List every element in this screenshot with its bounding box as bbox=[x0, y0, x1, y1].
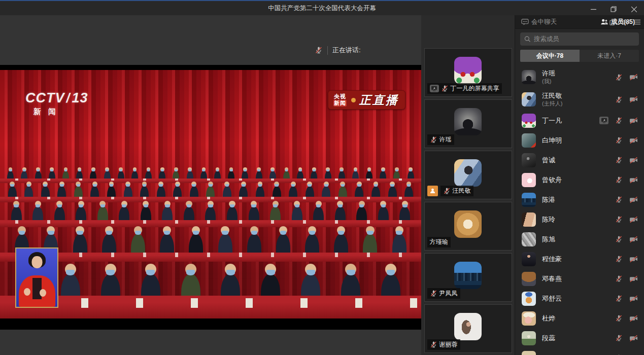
restore-button[interactable] bbox=[603, 2, 624, 16]
muted-mic-icon[interactable] bbox=[615, 96, 623, 103]
muted-mic-icon[interactable] bbox=[615, 74, 623, 81]
delegate-figure bbox=[249, 201, 259, 222]
member-row[interactable]: 邓舒云 bbox=[515, 289, 644, 308]
delegate-head bbox=[354, 167, 358, 171]
member-avatar bbox=[522, 232, 536, 246]
video-tile[interactable]: 丁一凡的屏幕共享 bbox=[424, 48, 512, 97]
delegate-figure bbox=[289, 182, 297, 199]
muted-mic-icon[interactable] bbox=[615, 117, 623, 124]
delegate-head bbox=[9, 167, 13, 171]
muted-mic-icon[interactable] bbox=[615, 255, 623, 263]
delegate-head bbox=[345, 264, 356, 275]
delegate-figure bbox=[301, 264, 320, 300]
muted-mic-icon[interactable] bbox=[615, 235, 623, 243]
delegate-head bbox=[251, 201, 257, 207]
muted-mic-icon[interactable] bbox=[615, 314, 623, 322]
delegate-figure bbox=[140, 182, 149, 199]
muted-camera-icon[interactable] bbox=[629, 156, 638, 164]
muted-camera-icon[interactable] bbox=[629, 117, 638, 125]
minimize-button[interactable] bbox=[583, 2, 603, 16]
shared-screen-video[interactable]: CCTV/13 新闻 央视 新闻 正直播 bbox=[0, 65, 421, 330]
logo-slash: / bbox=[66, 91, 71, 105]
muted-camera-icon[interactable] bbox=[629, 255, 638, 263]
muted-mic-icon[interactable] bbox=[615, 334, 623, 342]
tab-in-meeting-chat[interactable]: 会中聊天 bbox=[517, 15, 561, 28]
delegate-head bbox=[274, 182, 279, 187]
video-tile[interactable]: 方瑾瑜 bbox=[424, 202, 512, 251]
video-tile[interactable]: 汪民敬 bbox=[424, 151, 512, 199]
divider bbox=[327, 46, 328, 55]
muted-camera-icon[interactable] bbox=[629, 136, 638, 145]
muted-camera-icon[interactable] bbox=[629, 176, 638, 184]
cctv-channel-number: 13 bbox=[72, 90, 88, 106]
chat-bubble-icon bbox=[521, 19, 529, 25]
muted-mic-icon bbox=[441, 85, 449, 92]
member-row[interactable]: 陈玲 bbox=[515, 209, 644, 229]
delegate-figure bbox=[8, 182, 17, 199]
muted-mic-icon[interactable] bbox=[615, 275, 623, 282]
delegate-head bbox=[241, 182, 246, 187]
delegate-head bbox=[229, 167, 233, 171]
member-row[interactable]: 许瑶 (我) bbox=[515, 66, 644, 88]
muted-camera-icon[interactable] bbox=[629, 314, 638, 323]
member-avatar bbox=[522, 153, 536, 167]
popout-panel-icon[interactable] bbox=[609, 18, 617, 26]
member-row[interactable]: 段蕊 bbox=[515, 328, 644, 348]
delegate-head bbox=[105, 167, 109, 171]
delegates-row bbox=[0, 201, 421, 222]
muted-camera-icon[interactable] bbox=[629, 216, 638, 224]
muted-camera-icon[interactable] bbox=[629, 295, 638, 303]
close-panel-icon[interactable] bbox=[621, 18, 629, 26]
video-tile[interactable]: 尹凤凤 bbox=[424, 253, 512, 302]
muted-camera-icon[interactable] bbox=[629, 196, 638, 204]
video-tile[interactable]: 谢丽蓉 bbox=[424, 304, 512, 353]
muted-mic-icon[interactable] bbox=[615, 216, 623, 223]
muted-camera-icon[interactable] bbox=[629, 334, 638, 342]
main-stage: 正在讲话: CCTV/13 新闻 央视 新闻 正直播 bbox=[0, 15, 421, 355]
filter-tab-not-joined[interactable]: 未进入·7 bbox=[580, 50, 639, 62]
muted-mic-icon[interactable] bbox=[615, 176, 623, 184]
delegate-figure bbox=[371, 182, 380, 199]
delegate-figure bbox=[206, 182, 215, 199]
delegate-head bbox=[105, 226, 113, 234]
muted-camera-icon[interactable] bbox=[629, 275, 638, 283]
delegate-figure bbox=[223, 182, 231, 199]
search-input[interactable] bbox=[534, 36, 635, 43]
delegate-head bbox=[76, 182, 81, 187]
member-row[interactable]: 杜烨 bbox=[515, 308, 644, 328]
member-row[interactable]: 曾钦舟 bbox=[515, 170, 644, 190]
member-row[interactable]: 丁一凡 bbox=[515, 111, 644, 130]
delegate-body bbox=[363, 234, 377, 255]
delegate-figure bbox=[162, 201, 173, 222]
delegate-figure bbox=[378, 201, 389, 222]
filter-tab-in-meeting[interactable]: 会议中·78 bbox=[520, 50, 580, 62]
delegate-body bbox=[131, 234, 145, 255]
close-button[interactable] bbox=[624, 2, 644, 16]
muted-mic-icon[interactable] bbox=[615, 136, 623, 144]
member-row[interactable]: 陈港 bbox=[515, 190, 644, 209]
delegate-head bbox=[357, 182, 362, 187]
muted-mic-icon[interactable] bbox=[615, 156, 623, 164]
member-row[interactable]: 邓春燕 bbox=[515, 269, 644, 289]
delegate-head bbox=[326, 167, 330, 171]
delegate-figure bbox=[239, 182, 248, 199]
video-tile[interactable]: 许瑶 bbox=[424, 99, 512, 148]
member-row[interactable]: 曾诚 bbox=[515, 150, 644, 170]
muted-mic-icon[interactable] bbox=[615, 196, 623, 203]
muted-camera-icon[interactable] bbox=[629, 73, 638, 81]
member-row[interactable] bbox=[515, 348, 644, 355]
delegate-figure bbox=[74, 182, 83, 199]
delegate-head bbox=[359, 201, 365, 207]
member-row[interactable]: 白坤明 bbox=[515, 130, 644, 150]
muted-camera-icon[interactable] bbox=[629, 95, 638, 103]
member-row[interactable]: 陈旭 bbox=[515, 229, 644, 249]
delegate-head bbox=[65, 264, 76, 275]
member-name: 曾钦舟 bbox=[542, 176, 562, 184]
delegate-head bbox=[174, 167, 178, 171]
menu-icon[interactable] bbox=[633, 18, 641, 26]
member-row[interactable]: 汪民敬 (主持人) bbox=[515, 88, 644, 111]
muted-mic-icon[interactable] bbox=[615, 295, 623, 302]
muted-camera-icon[interactable] bbox=[629, 235, 638, 243]
delegate-figure bbox=[57, 182, 66, 199]
member-row[interactable]: 程佳豪 bbox=[515, 249, 644, 269]
